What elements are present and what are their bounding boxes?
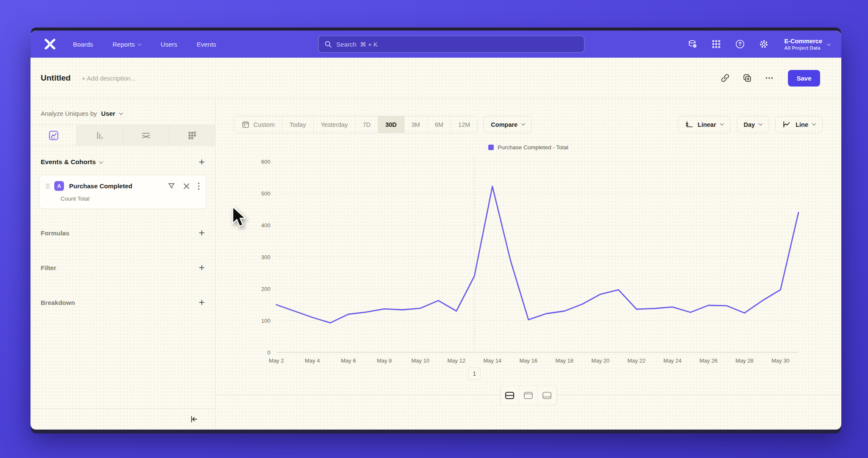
remove-event-icon[interactable] (183, 183, 190, 190)
top-nav: BoardsReportsUsersEvents (31, 31, 841, 58)
event-metric[interactable]: Count Total (61, 195, 200, 202)
y-axis-label: 400 (261, 222, 270, 229)
y-axis-label: 100 (261, 318, 270, 324)
chevron-down-icon (812, 121, 816, 126)
desktop: { "nav": { "items": [ { "label": "Boards… (0, 0, 868, 458)
project-subtitle: All Project Data (785, 45, 822, 50)
range-label: 12M (458, 121, 470, 128)
row-label: Filter (41, 264, 56, 271)
range-3m[interactable]: 3M (404, 116, 428, 133)
x-axis-label: May 24 (663, 357, 682, 364)
range-yesterday[interactable]: Yesterday (314, 116, 356, 133)
report-actions: Save (720, 70, 820, 87)
settings-gear-icon[interactable] (758, 39, 769, 50)
add-breakdown-button[interactable]: + (199, 298, 205, 307)
mixpanel-logo-icon[interactable] (42, 36, 58, 53)
range-label: Custom (253, 121, 275, 128)
range-30d[interactable]: 30D (378, 116, 404, 133)
x-axis-label: May 8 (377, 357, 392, 364)
chart-controls: CustomTodayYesterday7D30D3M6M12M Compare (234, 116, 823, 133)
legend-label: Purchase Completed - Total (498, 144, 568, 151)
sidebar-row-filter[interactable]: Filter+ (31, 250, 215, 285)
nav-item-users[interactable]: Users (161, 41, 177, 48)
range-custom[interactable]: Custom (234, 116, 282, 133)
range-label: 6M (435, 121, 443, 128)
line-chart-icon (782, 120, 791, 129)
tab-retention[interactable] (169, 125, 215, 145)
x-axis-label: May 4 (305, 357, 320, 364)
data-management-icon[interactable] (687, 39, 698, 50)
apps-grid-icon[interactable] (711, 39, 722, 50)
scale-dropdown[interactable]: Linear (678, 116, 731, 133)
chevron-down-icon (720, 121, 724, 126)
compare-dropdown[interactable]: Compare (484, 116, 532, 133)
layout-top-panel-button[interactable] (519, 386, 538, 405)
add-formulas-button[interactable]: + (199, 229, 205, 237)
report-header: Untitled + Add description... (31, 58, 841, 99)
report-title[interactable]: Untitled (41, 73, 71, 83)
project-name: E-Commerce (785, 38, 822, 45)
line-chart-svg[interactable]: 0100200300400500600May 2May 4May 6May 8M… (247, 152, 810, 385)
chart-type-label: Line (796, 121, 808, 128)
chart-panel: CustomTodayYesterday7D30D3M6M12M Compare (215, 99, 841, 430)
events-cohorts-label[interactable]: Events & Cohorts (41, 158, 96, 166)
chevron-down-icon (521, 121, 526, 126)
project-switcher[interactable]: E-Commerce All Project Data (785, 38, 830, 50)
drag-handle-icon[interactable] (45, 183, 50, 189)
nav-links: BoardsReportsUsersEvents (73, 41, 216, 48)
nav-item-boards[interactable]: Boards (73, 41, 93, 48)
chart-type-dropdown[interactable]: Line (775, 116, 823, 133)
tab-insights[interactable] (31, 125, 77, 145)
series-line[interactable] (276, 187, 798, 323)
sidebar-row-breakdown[interactable]: Breakdown+ (31, 285, 215, 319)
save-button[interactable]: Save (788, 70, 820, 87)
sidebar-add-rows: Formulas+Filter+Breakdown+ (31, 215, 215, 319)
duplicate-icon[interactable] (742, 73, 752, 83)
legend-swatch (488, 145, 494, 150)
interval-dropdown[interactable]: Day (737, 116, 770, 133)
collapse-sidebar-icon[interactable] (190, 415, 198, 423)
range-12m[interactable]: 12M (451, 116, 477, 133)
range-6m[interactable]: 6M (428, 116, 451, 133)
sidebar-row-formulas[interactable]: Formulas+ (31, 215, 215, 250)
analyze-value-dropdown[interactable]: User (101, 110, 115, 117)
search-input[interactable] (336, 41, 578, 48)
range-label: Yesterday (321, 121, 348, 128)
filter-icon[interactable] (167, 182, 175, 190)
chart-type-tabbar (31, 125, 215, 146)
search-bar[interactable] (318, 36, 584, 53)
event-options-icon[interactable] (198, 182, 200, 190)
event-card[interactable]: A Purchase Completed (39, 175, 206, 209)
range-today[interactable]: Today (282, 116, 314, 133)
app-window: BoardsReportsUsersEvents (31, 31, 841, 430)
chevron-down-icon (827, 42, 831, 46)
nav-item-events[interactable]: Events (197, 41, 216, 48)
x-axis-label: May 28 (735, 357, 754, 364)
layout-split-rows-button[interactable] (501, 386, 519, 405)
y-axis-label: 500 (261, 190, 270, 197)
tab-flows[interactable] (123, 125, 169, 145)
x-axis-label: May 22 (627, 357, 645, 364)
help-icon[interactable]: ? (734, 39, 746, 50)
nav-right: ? E-Commerce All Project Data (687, 38, 830, 50)
x-axis-label: May 12 (447, 357, 465, 364)
tab-funnels[interactable] (77, 125, 123, 145)
layout-switcher-row (234, 385, 823, 407)
nav-item-reports[interactable]: Reports (113, 41, 142, 48)
range-label: Today (289, 121, 306, 128)
date-range-segmented-control: CustomTodayYesterday7D30D3M6M12M (234, 116, 478, 133)
legend-item[interactable]: Purchase Completed - Total (234, 144, 823, 151)
analyze-label: Analyze Uniques by (41, 110, 97, 117)
add-filter-button[interactable]: + (199, 263, 205, 272)
chevron-down-icon (119, 111, 123, 115)
more-options-icon[interactable] (764, 73, 774, 83)
copy-link-icon[interactable] (720, 73, 730, 83)
y-axis-label: 600 (261, 159, 270, 165)
scale-label: Linear (698, 121, 716, 128)
layout-bottom-panel-button[interactable] (538, 386, 556, 405)
chevron-down-icon (759, 121, 763, 126)
add-event-button[interactable]: + (199, 158, 205, 166)
add-description-field[interactable]: + Add description... (82, 75, 136, 82)
event-name[interactable]: Purchase Completed (69, 182, 132, 190)
range-7d[interactable]: 7D (356, 116, 378, 133)
